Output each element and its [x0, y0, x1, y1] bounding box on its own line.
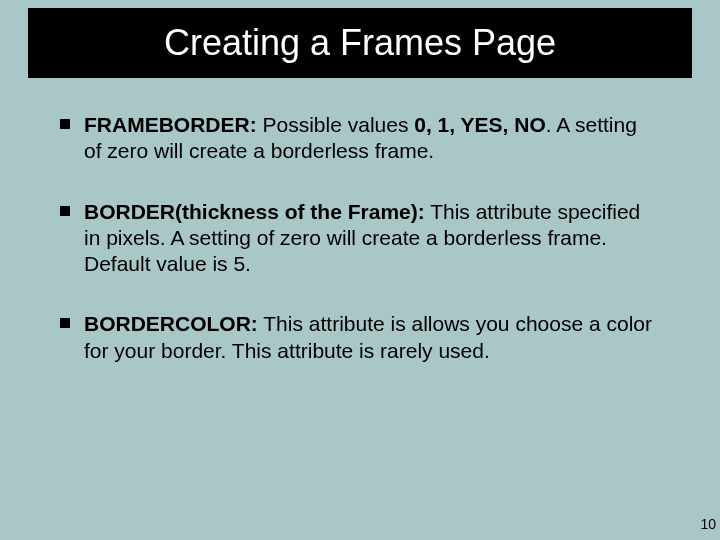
page-number: 10: [700, 516, 716, 532]
page-title: Creating a Frames Page: [28, 22, 692, 64]
bullet-item: FRAMEBORDER: Possible values 0, 1, YES, …: [60, 112, 660, 165]
title-bar: Creating a Frames Page: [28, 8, 692, 78]
bullet-prefix: Possible values: [263, 113, 415, 136]
bullet-text: FRAMEBORDER: Possible values 0, 1, YES, …: [84, 112, 660, 165]
bullet-item: BORDER(thickness of the Frame): This att…: [60, 199, 660, 278]
bullet-values: 0, 1, YES, NO: [414, 113, 546, 136]
bullet-text: BORDERCOLOR: This attribute is allows yo…: [84, 311, 660, 364]
bullet-icon: [60, 318, 70, 328]
content-area: FRAMEBORDER: Possible values 0, 1, YES, …: [0, 78, 720, 364]
bullet-item: BORDERCOLOR: This attribute is allows yo…: [60, 311, 660, 364]
bullet-label: BORDERCOLOR:: [84, 312, 258, 335]
bullet-label: FRAMEBORDER:: [84, 113, 263, 136]
bullet-label: BORDER(thickness of the Frame):: [84, 200, 425, 223]
bullet-icon: [60, 206, 70, 216]
bullet-icon: [60, 119, 70, 129]
bullet-text: BORDER(thickness of the Frame): This att…: [84, 199, 660, 278]
